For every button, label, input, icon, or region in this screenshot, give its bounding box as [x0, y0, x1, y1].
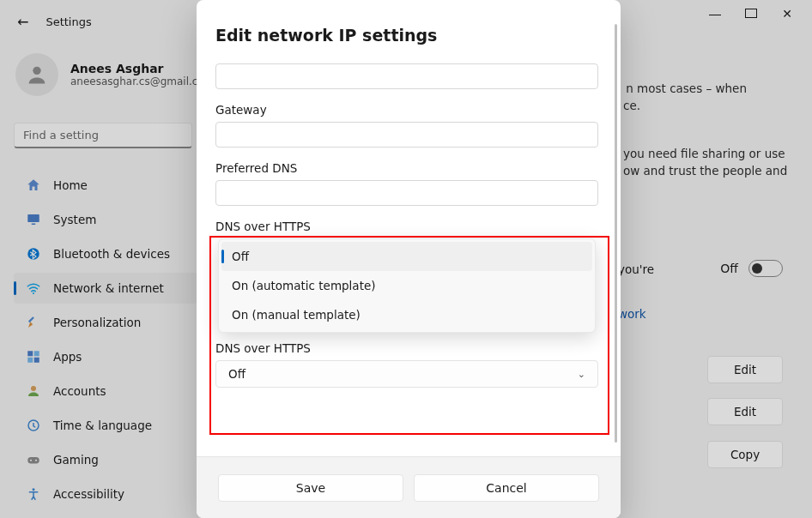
select-value: Off [228, 367, 245, 381]
dialog-footer: Save Cancel [197, 456, 621, 518]
gateway-label: Gateway [215, 103, 602, 117]
cancel-button[interactable]: Cancel [414, 474, 599, 502]
dns-over-https-label-2: DNS over HTTPS [215, 341, 602, 355]
edit-ip-settings-dialog: Edit network IP settings Gateway Preferr… [197, 0, 621, 518]
dropdown-option-on-manual[interactable]: On (manual template) [221, 300, 592, 329]
save-button[interactable]: Save [218, 474, 403, 502]
dialog-title: Edit network IP settings [215, 26, 602, 45]
dropdown-option-off[interactable]: Off [221, 242, 592, 271]
chevron-down-icon: ⌄ [578, 369, 585, 380]
dns-over-https-dropdown: Off On (automatic template) On (manual t… [218, 238, 596, 333]
dropdown-option-on-automatic[interactable]: On (automatic template) [221, 271, 592, 300]
preferred-dns-field[interactable] [215, 180, 598, 206]
gateway-field[interactable] [215, 122, 598, 148]
dns-over-https-label: DNS over HTTPS [215, 220, 602, 233]
dns-over-https-select[interactable]: Off ⌄ [215, 360, 598, 388]
preferred-dns-label: Preferred DNS [215, 161, 602, 175]
ip-address-field[interactable] [215, 63, 598, 89]
